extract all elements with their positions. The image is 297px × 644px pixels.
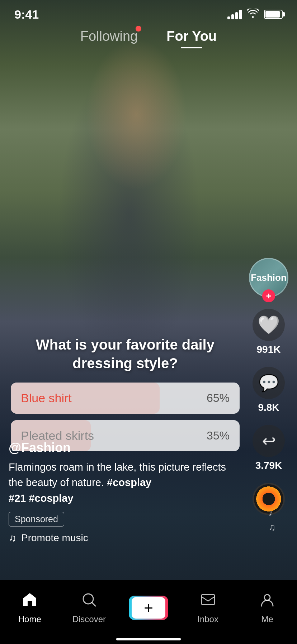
inbox-label: Inbox — [197, 614, 218, 624]
music-note-2: ♫ — [269, 522, 276, 533]
heart-icon: 🤍 — [258, 314, 280, 335]
music-note-1: ♪ — [269, 507, 276, 518]
add-icon: + — [144, 599, 153, 617]
home-label: Home — [18, 614, 41, 624]
inbox-icon — [200, 592, 216, 611]
poll-label-1: Blue shirt — [21, 391, 72, 405]
discover-label: Discover — [72, 614, 106, 624]
creator-username[interactable]: @Fashion — [9, 440, 240, 455]
home-indicator — [116, 638, 181, 640]
promote-music[interactable]: ♫ Promote music — [9, 532, 240, 544]
comment-button[interactable]: 💬 9.8K — [253, 367, 285, 413]
comment-count: 9.8K — [258, 402, 279, 413]
poll-question: What is your favorite daily dressing sty… — [11, 335, 240, 373]
floating-notes: ♪ ♫ — [269, 507, 276, 533]
nav-item-inbox[interactable]: Inbox — [187, 592, 230, 624]
svg-line-1 — [92, 602, 95, 606]
status-bar: 9:41 — [0, 0, 297, 29]
add-button[interactable]: + — [129, 596, 168, 620]
notification-dot — [136, 26, 141, 32]
share-icon: ↪ — [262, 431, 276, 451]
nav-item-me[interactable]: Me — [246, 592, 289, 624]
video-caption: Flamingos roam in the lake, this picture… — [9, 460, 240, 506]
tab-following[interactable]: Following — [80, 29, 138, 48]
poll-pct-1: 65% — [207, 391, 230, 405]
battery-icon — [264, 10, 283, 19]
like-button[interactable]: 🤍 991K — [253, 309, 285, 355]
comment-icon: 💬 — [259, 373, 279, 393]
me-label: Me — [261, 614, 273, 624]
svg-point-3 — [264, 595, 270, 600]
wifi-icon — [247, 9, 259, 20]
hashtag-21[interactable]: #21 #cosplay — [9, 492, 74, 504]
creator-avatar[interactable]: Fashion + — [249, 258, 288, 297]
nav-item-add[interactable]: + — [127, 596, 170, 620]
bottom-info: @Fashion Flamingos roam in the lake, thi… — [9, 440, 240, 544]
music-note-icon: ♫ — [9, 532, 16, 544]
follow-button[interactable]: + — [262, 289, 275, 302]
bottom-nav: Home Discover + Inbox — [0, 580, 297, 644]
avatar-label: Fashion — [251, 273, 287, 283]
signal-icon — [227, 9, 242, 19]
poll-section: What is your favorite daily dressing sty… — [11, 335, 240, 458]
share-icon-container: ↪ — [253, 425, 285, 457]
status-icons — [227, 9, 283, 20]
like-icon-container: 🤍 — [253, 309, 285, 341]
me-icon — [259, 592, 275, 611]
nav-tabs: Following For You — [0, 29, 297, 54]
right-actions: Fashion + 🤍 991K 💬 9.8K ↪ 3.79K — [249, 258, 288, 515]
home-icon — [22, 592, 38, 611]
poll-option-1[interactable]: Blue shirt 65% — [11, 383, 240, 414]
tab-for-you[interactable]: For You — [166, 29, 217, 48]
promote-music-label: Promote music — [21, 532, 88, 544]
share-count: 3.79K — [255, 460, 282, 471]
like-count: 991K — [257, 344, 281, 355]
svg-rect-2 — [202, 595, 214, 605]
discover-icon — [81, 592, 97, 611]
comment-icon-container: 💬 — [253, 367, 285, 399]
nav-item-home[interactable]: Home — [8, 592, 51, 624]
status-time: 9:41 — [14, 8, 39, 21]
share-button[interactable]: ↪ 3.79K — [253, 425, 285, 471]
sponsored-badge: Sponsored — [9, 512, 64, 527]
hashtag-cosplay[interactable]: #cosplay — [107, 477, 151, 488]
nav-item-discover[interactable]: Discover — [67, 592, 110, 624]
